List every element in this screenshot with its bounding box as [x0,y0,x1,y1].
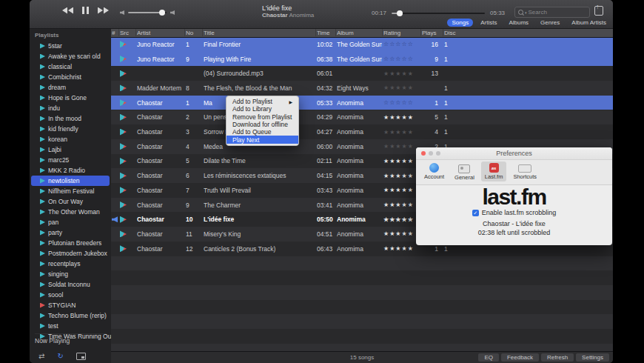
column-header-src[interactable]: Src [120,28,135,37]
cell-no: 9 [186,52,201,67]
sidebar-item-on-our-way[interactable]: On Our Way [30,196,111,207]
rating-stars[interactable]: ★★★★★ [383,70,414,77]
menu-item-add-to-library[interactable]: Add to Library [227,105,298,113]
share-button[interactable] [594,6,603,16]
sidebar-item-soool[interactable]: soool [30,290,111,300]
sidebar-item-marc25[interactable]: marc25 [30,155,111,165]
rating-stars[interactable]: ★★★★★ [383,114,414,121]
sidebar-item-awake-ye-scari-old[interactable]: Awake ye scari old [30,51,111,61]
prefs-tab-account[interactable]: Account [420,161,448,182]
shuffle-icon[interactable]: ⇄ [38,353,44,360]
sidebar-item-kid-friendly[interactable]: kid friendly [30,124,111,134]
column-header-disc[interactable]: Disc [444,28,460,37]
rating-stars[interactable]: ★★★★★ [383,245,414,252]
sidebar-item-dream[interactable]: dream [30,82,111,93]
sidebar-item-in-the-mood[interactable]: In the mood [30,113,111,124]
rating-stars[interactable]: ★★★★★ [383,143,414,150]
sidebar-item-test[interactable]: test [30,321,111,331]
column-header-plays[interactable]: Plays [422,28,438,37]
sidebar-item-stygian[interactable]: STYGIAN [30,300,111,310]
repeat-icon[interactable]: ↻ [57,353,63,360]
scrobble-checkbox[interactable]: ✓ [472,210,479,216]
menu-item-download-for-offline[interactable]: Download for offline [227,121,298,128]
column-header-ind[interactable]: # [112,28,118,37]
sidebar-item-plutonian-breeders[interactable]: Plutonian Breeders [30,238,111,248]
search-input[interactable]: ▾ Search [514,7,590,18]
tab-albums[interactable]: Albums [504,19,533,27]
rating-stars[interactable]: ☆☆☆☆☆ [383,99,414,106]
table-row[interactable]: (04) Surrounded.mp306:01★★★★★13 [111,66,613,81]
sidebar-item-recentplays[interactable]: recentplays [30,259,111,269]
tab-songs[interactable]: Songs [447,19,473,27]
rating-stars[interactable]: ★★★★★ [383,129,414,136]
column-header-rating[interactable]: Rating [383,28,425,37]
minimize-icon[interactable] [429,151,433,156]
zoom-icon[interactable] [436,151,440,156]
table-row[interactable]: Juno Reactor9Playing With Fire06:38The G… [111,52,613,67]
rating-stars[interactable]: ★★★★★ [383,84,414,91]
sidebar-item-classical[interactable]: classical [30,61,111,72]
refresh-button[interactable]: Refresh [541,353,574,362]
column-header-artist[interactable]: Artist [137,28,184,37]
rating-stars[interactable]: ★★★★★ [383,216,414,223]
cell-time: 04:29 [317,110,336,125]
table-row[interactable]: Chaostar3Sorrow D04:27Anomima★★★★★41 [111,124,613,139]
tab-artists[interactable]: Artists [476,19,501,27]
sidebar-item-5star[interactable]: 5star [30,41,111,51]
header-separator [202,29,203,36]
table-row[interactable]: Chaostar1Ma05:33Anomima☆☆☆☆☆11 [111,96,613,110]
prefs-tab-last-fm[interactable]: asLast.fm [481,161,507,182]
sidebar-item-newtolisten[interactable]: newtolisten [31,176,110,186]
column-header-title[interactable]: Title [204,28,315,37]
sidebar-item-mkk-2-radio[interactable]: MKK 2 Radio [30,165,111,176]
menu-item-add-to-queue[interactable]: Add to Queue [227,128,298,136]
sidebar-item-korean[interactable]: korean [30,134,111,144]
sidebar-item-combichrist[interactable]: Combichrist [30,72,111,82]
menu-item-add-to-playlist[interactable]: Add to Playlist▶ [227,98,298,105]
sidebar-item-the-other-woman[interactable]: The Other Woman [30,207,111,217]
prefs-tab-shortcuts[interactable]: Shortcuts [509,161,540,182]
playlist-label: pan [48,219,58,226]
rating-stars[interactable]: ★★★★★ [383,173,414,179]
feedback-button[interactable]: Feedback [501,353,539,362]
rating-stars[interactable]: ☆☆☆☆☆ [383,41,414,47]
menu-item-play-next[interactable]: Play Next [227,136,298,143]
table-row[interactable]: Madder Mortem8The Flesh, the Blood & the… [111,81,613,96]
previous-track-button[interactable] [62,7,73,14]
sidebar-item-soldat-inconnu[interactable]: Soldat Inconnu [30,279,111,290]
tab-genres[interactable]: Genres [536,19,564,27]
sidebar-item-party[interactable]: party [30,227,111,238]
sidebar-item-lajbi[interactable]: Lajbi [30,144,111,155]
rating-stars[interactable]: ★★★★★ [383,202,414,208]
rating-stars[interactable]: ★★★★★ [383,158,414,164]
next-track-button[interactable] [98,7,109,14]
rating-stars[interactable]: ★★★★★ [383,230,414,237]
sidebar-item-indu[interactable]: indu [30,103,111,113]
prefs-tab-general[interactable]: General [451,161,478,182]
column-header-no[interactable]: No [186,28,201,37]
rating-stars[interactable]: ★★★★★ [383,187,414,193]
table-row[interactable]: Juno Reactor1Final Frontier10:02The Gold… [111,37,613,52]
now-playing-section-label[interactable]: Now Playing [35,333,106,344]
column-header-time[interactable]: Time [317,28,336,37]
sidebar-item-postmodern-jukebox[interactable]: Postmodern Jukebox [30,248,111,259]
menu-item-remove-from-playlist[interactable]: Remove from Playlist [227,113,298,121]
rating-stars[interactable]: ☆☆☆☆☆ [383,56,414,62]
sidebar-item-niflheim-festival[interactable]: Niflheim Festival [30,186,111,196]
volume-slider[interactable] [128,12,167,13]
table-row[interactable]: Chaostar2Un pensie04:29Anomima★★★★★51 [111,110,613,125]
sidebar-item-hope-is-gone[interactable]: Hope is Gone [30,93,111,103]
tab-album-artists[interactable]: Album Artists [567,19,611,27]
preferences-titlebar[interactable]: Preferences [416,147,612,160]
column-header-album[interactable]: Album [337,28,382,37]
progress-slider[interactable] [392,13,485,14]
cell-time: 02:11 [317,154,336,169]
close-icon[interactable] [421,151,426,156]
mini-player-icon[interactable] [76,353,86,360]
settings-button[interactable]: Settings [576,353,609,362]
sidebar-item-singing[interactable]: singing [30,269,111,279]
pause-button[interactable] [81,7,90,14]
sidebar-item-techno-blume-rerip-[interactable]: Techno Blume (rerip) [30,310,111,321]
sidebar-item-pan[interactable]: pan [30,217,111,227]
eq-button[interactable]: EQ [478,353,499,362]
